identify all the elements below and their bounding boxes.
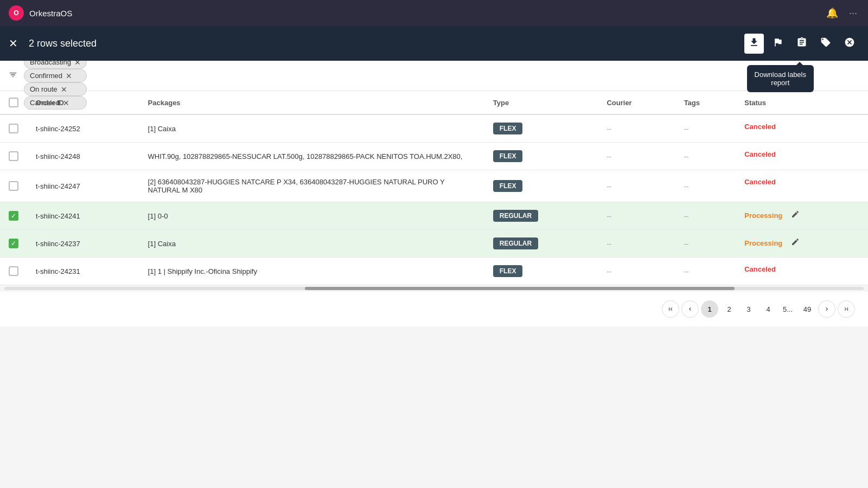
row-checkbox[interactable] — [9, 181, 18, 191]
tag-button[interactable] — [816, 34, 835, 54]
status-cell: Processing — [736, 202, 868, 228]
filter-chip-confirmed[interactable]: Confirmed✕ — [24, 69, 87, 82]
packages-cell: [1] Caixa — [139, 114, 484, 143]
packages-cell: [1] 1 | Shippify Inc.-Oficina Shippify — [139, 258, 484, 285]
courier-cell: -- — [598, 230, 675, 258]
app-title: OrkestraOS — [29, 9, 819, 18]
order-id-cell: t-shiinc-24241 — [27, 202, 139, 230]
table-row: t-shiinc-24252 [1] Caixa FLEX -- -- Canc… — [0, 114, 868, 143]
more-options-icon[interactable]: ··· — [847, 5, 859, 21]
row-checkbox-cell[interactable]: ✓ — [0, 202, 27, 230]
row-checkbox[interactable] — [9, 151, 18, 161]
page-4-button[interactable]: 4 — [760, 300, 777, 318]
page-1-button[interactable]: 1 — [701, 300, 718, 318]
clipboard-button[interactable] — [792, 34, 812, 54]
status-cell: Canceled — [736, 170, 868, 194]
type-cell: FLEX — [484, 114, 598, 143]
row-checkbox-cell[interactable] — [0, 170, 27, 202]
edit-button[interactable] — [791, 237, 800, 248]
action-icons — [744, 34, 859, 54]
table-row: t-shiinc-24247 [2] 636408043287-HUGGIES … — [0, 170, 868, 202]
first-page-button[interactable] — [662, 300, 679, 318]
type-badge: FLEX — [493, 150, 523, 162]
page-5...-button[interactable]: 5... — [779, 300, 796, 318]
status-cell: Canceled — [736, 115, 868, 138]
courier-header: Courier — [598, 91, 675, 114]
row-checkbox-cell[interactable] — [0, 143, 27, 170]
order-id-cell: t-shiinc-24252 — [27, 114, 139, 143]
packages-cell: [1] Caixa — [139, 230, 484, 258]
courier-cell: -- — [598, 202, 675, 230]
packages-header: Packages — [139, 91, 484, 114]
select-all-checkbox[interactable] — [9, 98, 18, 107]
courier-cell: -- — [598, 143, 675, 170]
selection-bar: ✕ 2 rows selected Download labels report — [0, 26, 868, 61]
tags-cell: -- — [675, 258, 736, 285]
table-row: t-shiinc-24248 WHIT.90g, 102878829865-NE… — [0, 143, 868, 170]
status-badge: Processing — [744, 211, 782, 220]
tags-cell: -- — [675, 170, 736, 202]
type-cell: FLEX — [484, 258, 598, 285]
row-checkbox[interactable] — [9, 266, 18, 276]
courier-cell: -- — [598, 258, 675, 285]
tags-cell: -- — [675, 230, 736, 258]
row-checkbox-cell[interactable] — [0, 258, 27, 285]
select-all-header[interactable] — [0, 91, 27, 114]
notification-icon[interactable]: 🔔 — [824, 5, 840, 21]
close-selection-button[interactable]: ✕ — [9, 37, 18, 50]
page-49-button[interactable]: 49 — [799, 300, 816, 318]
order-id-cell: t-shiinc-24248 — [27, 143, 139, 170]
next-page-button[interactable] — [818, 300, 835, 318]
download-labels-tooltip: Download labels report — [747, 65, 814, 92]
order-id-cell: t-shiinc-24247 — [27, 170, 139, 202]
order-id-cell: t-shiinc-24231 — [27, 258, 139, 285]
table-row: ✓ t-shiinc-24241 [1] 0-0 REGULAR -- -- P… — [0, 202, 868, 230]
status-badge: Canceled — [744, 178, 776, 186]
top-nav: O OrkestraOS 🔔 ··· — [0, 0, 868, 26]
tags-cell: -- — [675, 143, 736, 170]
order-id-cell: t-shiinc-24237 — [27, 230, 139, 258]
download-labels-button[interactable] — [744, 34, 764, 54]
row-checkbox[interactable]: ✓ — [9, 239, 18, 248]
status-badge: Canceled — [744, 265, 776, 273]
courier-cell: -- — [598, 170, 675, 202]
cancel-button[interactable] — [840, 34, 859, 54]
scroll-track — [4, 287, 864, 290]
table-row: ✓ t-shiinc-24237 [1] Caixa REGULAR -- --… — [0, 230, 868, 258]
flag-button[interactable] — [768, 34, 788, 54]
filter-bar: Processing✕Broadcasting✕Confirmed✕On rou… — [0, 61, 868, 91]
edit-button[interactable] — [791, 210, 800, 221]
pagination: 12345...49 — [0, 292, 868, 326]
remove-filter-on-route[interactable]: ✕ — [61, 86, 67, 93]
type-header: Type — [484, 91, 598, 114]
last-page-button[interactable] — [838, 300, 855, 318]
horizontal-scrollbar[interactable] — [0, 285, 868, 292]
app-logo: O — [9, 5, 24, 21]
packages-cell: WHIT.90g, 102878829865-NESSUCAR LAT.500g… — [139, 143, 484, 170]
remove-filter-confirmed[interactable]: ✕ — [66, 72, 72, 80]
row-checkbox-cell[interactable] — [0, 114, 27, 143]
row-checkbox-cell[interactable]: ✓ — [0, 230, 27, 258]
type-badge: FLEX — [493, 180, 523, 192]
page-numbers: 12345...49 — [701, 300, 816, 318]
table-header-row: Order ID Packages Type Courier Tags Stat… — [0, 91, 868, 114]
type-cell: REGULAR — [484, 230, 598, 258]
status-badge: Processing — [744, 239, 782, 247]
filter-icon[interactable] — [9, 70, 17, 81]
courier-cell: -- — [598, 114, 675, 143]
page-3-button[interactable]: 3 — [740, 300, 757, 318]
page-2-button[interactable]: 2 — [720, 300, 738, 318]
type-badge: FLEX — [493, 123, 523, 134]
filter-chip-on-route[interactable]: On route✕ — [24, 82, 87, 96]
type-cell: REGULAR — [484, 202, 598, 230]
status-badge: Canceled — [744, 150, 776, 158]
type-badge: REGULAR — [493, 210, 538, 222]
packages-cell: [1] 0-0 — [139, 202, 484, 230]
orders-table: Order ID Packages Type Courier Tags Stat… — [0, 91, 868, 285]
scroll-thumb[interactable] — [305, 287, 735, 290]
type-cell: FLEX — [484, 170, 598, 202]
row-checkbox[interactable] — [9, 124, 18, 133]
status-cell: Canceled — [736, 143, 868, 166]
row-checkbox[interactable]: ✓ — [9, 211, 18, 221]
prev-page-button[interactable] — [681, 300, 699, 318]
